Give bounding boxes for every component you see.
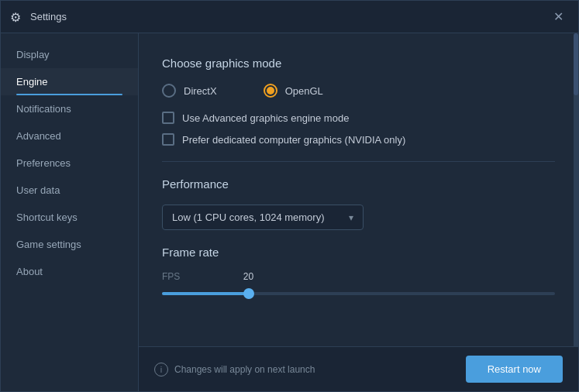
- slider-track: [162, 292, 555, 295]
- sidebar-item-about[interactable]: About: [1, 258, 138, 285]
- titlebar: ⚙ Settings ✕: [1, 1, 578, 33]
- fps-value: 20: [243, 271, 253, 282]
- opengl-radio[interactable]: [264, 84, 277, 98]
- content-area: Display Engine Notifications Advanced Pr…: [1, 33, 578, 391]
- chevron-down-icon: ▾: [349, 212, 353, 223]
- sidebar-item-user-data[interactable]: User data: [1, 177, 138, 204]
- sidebar-item-preferences[interactable]: Preferences: [1, 150, 138, 177]
- scrollbar-thumb[interactable]: [574, 33, 578, 95]
- main-content: Choose graphics mode DirectX OpenGL Use …: [139, 33, 578, 391]
- sidebar-item-engine[interactable]: Engine: [1, 68, 138, 95]
- performance-dropdown-wrapper: Low (1 CPU cores, 1024 memory) ▾: [162, 205, 555, 230]
- dedicated-gpu-checkbox[interactable]: [162, 133, 174, 146]
- advanced-mode-checkbox[interactable]: [162, 112, 174, 124]
- slider-fill: [162, 292, 249, 295]
- fps-label: FPS: [162, 271, 555, 282]
- sidebar-item-display[interactable]: Display: [1, 41, 138, 68]
- performance-dropdown[interactable]: Low (1 CPU cores, 1024 memory) ▾: [162, 205, 364, 230]
- sidebar-item-shortcut-keys[interactable]: Shortcut keys: [1, 204, 138, 231]
- settings-icon: ⚙: [10, 10, 24, 24]
- bottom-bar: i Changes will apply on next launch Rest…: [139, 346, 578, 391]
- opengl-label: OpenGL: [285, 85, 323, 97]
- directx-option[interactable]: DirectX: [162, 84, 217, 98]
- opengl-option[interactable]: OpenGL: [264, 84, 323, 98]
- directx-label: DirectX: [184, 85, 217, 97]
- sidebar: Display Engine Notifications Advanced Pr…: [1, 33, 139, 391]
- info-text: Changes will apply on next launch: [174, 364, 466, 375]
- divider-1: [162, 161, 555, 162]
- framerate-section: Frame rate FPS 20: [162, 246, 555, 299]
- window-title: Settings: [30, 11, 547, 22]
- slider-thumb[interactable]: [243, 288, 254, 299]
- framerate-title: Frame rate: [162, 246, 555, 259]
- close-button[interactable]: ✕: [547, 6, 569, 28]
- info-icon: i: [154, 363, 168, 377]
- advanced-mode-label: Use Advanced graphics engine mode: [182, 112, 349, 124]
- restart-now-button[interactable]: Restart now: [466, 356, 563, 383]
- sidebar-item-advanced[interactable]: Advanced: [1, 122, 138, 150]
- sidebar-item-game-settings[interactable]: Game settings: [1, 231, 138, 258]
- advanced-mode-option[interactable]: Use Advanced graphics engine mode: [162, 112, 555, 124]
- graphics-section-title: Choose graphics mode: [162, 57, 555, 70]
- settings-window: ⚙ Settings ✕ Display Engine Notification…: [0, 0, 579, 392]
- performance-section-title: Performance: [162, 177, 555, 191]
- dedicated-gpu-option[interactable]: Prefer dedicated computer graphics (NVID…: [162, 133, 555, 146]
- sidebar-item-notifications[interactable]: Notifications: [1, 95, 138, 122]
- graphics-mode-group: DirectX OpenGL: [162, 84, 555, 98]
- dedicated-gpu-label: Prefer dedicated computer graphics (NVID…: [182, 134, 405, 146]
- scrollbar[interactable]: [574, 33, 578, 391]
- fps-slider-container: 20: [162, 288, 555, 299]
- directx-radio[interactable]: [162, 84, 176, 98]
- dropdown-value: Low (1 CPU cores, 1024 memory): [172, 211, 325, 223]
